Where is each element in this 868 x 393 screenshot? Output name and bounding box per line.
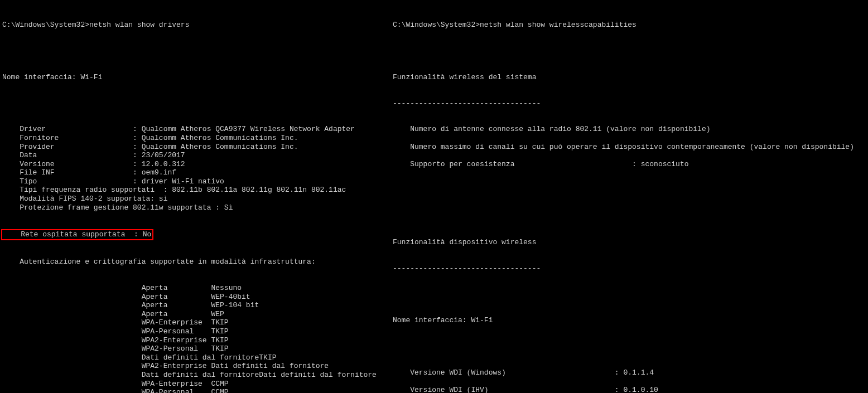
output-line: Provider : Qualcomm Atheros Communicatio… [2, 143, 388, 152]
terminal-left: C:\Windows\System32>netsh wlan show driv… [0, 0, 390, 393]
interface-name: Nome interfaccia: Wi-Fi [393, 316, 866, 325]
output-line: Data : 23/05/2017 [2, 151, 388, 160]
output-line: Aperta Nessuno [2, 284, 388, 293]
hosted-network-highlight: Rete ospitata supportata : No [2, 229, 388, 240]
output-line: Protezione frame gestione 802.11w suppor… [2, 203, 388, 212]
blank [2, 47, 388, 56]
output-line: Tipi frequenza radio supportati : 802.11… [2, 186, 388, 195]
output-line: WPA-Personal TKIP [2, 327, 388, 336]
output-line: Modalità FIPS 140-2 supportata: sì [2, 195, 388, 203]
driver-info-block: Driver : Qualcomm Atheros QCA9377 Wirele… [2, 125, 388, 212]
output-line: Versione WDI (IHV) : 0.1.0.10 [393, 386, 866, 393]
output-line: Dati definiti dal fornitoreTKIP [2, 353, 388, 362]
output-line: WPA2-Personal TKIP [2, 345, 388, 353]
output-line: Versione WDI (Windows) : 0.1.1.4 [393, 368, 866, 377]
output-line: Aperta WEP-40bit [2, 293, 388, 302]
output-line [393, 151, 866, 160]
device-caps-title: Funzionalità dispositivo wireless [393, 238, 866, 247]
output-line: Aperta WEP [2, 310, 388, 319]
blank [393, 290, 866, 299]
output-line: Numero massimo di canali su cui può oper… [393, 143, 866, 152]
dashes: ---------------------------------- [393, 264, 866, 273]
system-caps-block: Numero di antenne connesse alla radio 80… [393, 125, 866, 168]
output-line: WPA2-Enterprise TKIP [2, 336, 388, 345]
output-line: Tipo : driver Wi-Fi nativo [2, 177, 388, 186]
blank [393, 342, 866, 351]
dashes: ---------------------------------- [393, 99, 866, 108]
output-line: WPA-Enterprise TKIP [2, 318, 388, 327]
device-caps-block-1: Versione WDI (Windows) : 0.1.1.4 Version… [393, 368, 866, 393]
output-line: Driver : Qualcomm Atheros QCA9377 Wirele… [2, 125, 388, 134]
auth-title: Autenticazione e crittografia supportate… [2, 258, 388, 266]
output-line: WPA-Enterprise CCMP [2, 380, 388, 389]
terminal-right: C:\Windows\System32>netsh wlan show wire… [390, 0, 868, 393]
output-line: File INF : oem9.inf [2, 168, 388, 177]
prompt-line: C:\Windows\System32>netsh wlan show wire… [393, 21, 866, 30]
output-line: Versione : 12.0.0.312 [2, 160, 388, 169]
output-line: Supporto per coesistenza : sconosciuto [393, 160, 866, 169]
blank [393, 212, 866, 221]
interface-name: Nome interfaccia: Wi-Fi [2, 73, 388, 82]
auth-modes-block: Aperta Nessuno Aperta WEP-40bit Aperta W… [2, 284, 388, 393]
output-line: Dati definiti dal fornitoreDati definiti… [2, 371, 388, 380]
output-line: Numero di antenne connesse alla radio 80… [393, 125, 866, 134]
output-line: WPA2-Enterprise Dati definiti dal fornit… [2, 362, 388, 371]
output-line: WPA-Personal CCMP [2, 388, 388, 393]
output-line [393, 134, 866, 143]
output-line [393, 377, 866, 386]
blank [393, 186, 866, 195]
system-caps-title: Funzionalità wireless del sistema [393, 73, 866, 82]
output-line: Fornitore : Qualcomm Atheros Communicati… [2, 134, 388, 143]
blank [2, 99, 388, 108]
output-line: Aperta WEP-104 bit [2, 301, 388, 310]
blank [393, 47, 866, 56]
prompt-line: C:\Windows\System32>netsh wlan show driv… [2, 21, 388, 30]
